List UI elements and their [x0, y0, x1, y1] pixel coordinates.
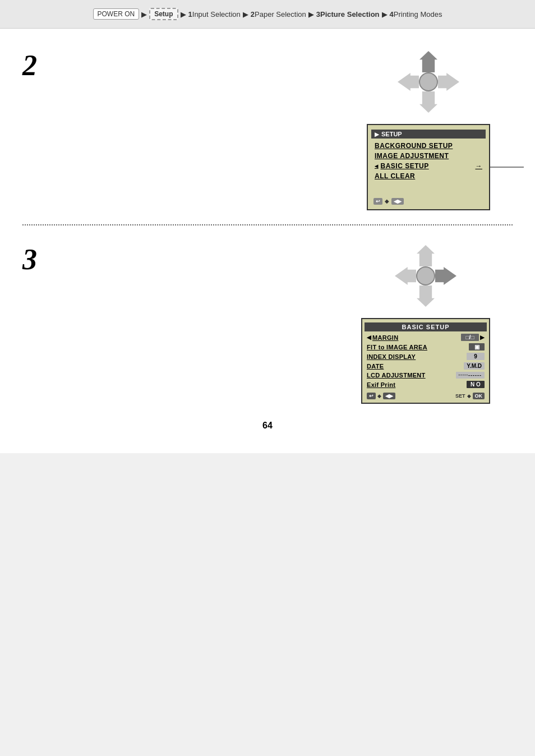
- nav-step4: 4 Printing Modes: [390, 10, 442, 19]
- lcd-setup-footer: ↩ ◆ ◀▶: [371, 197, 486, 206]
- lcd-basic-title: BASIC SETUP: [365, 322, 487, 331]
- dpad-left-button[interactable]: [398, 73, 419, 91]
- dpad-section2-wrapper: [398, 51, 459, 113]
- footer-left-group: ↩ ◆ ◀▶: [367, 393, 395, 399]
- lcd-setup-title: ▶ SETUP: [371, 130, 486, 139]
- dpad2-right-button[interactable]: [435, 267, 456, 285]
- dpad-section3: [395, 245, 456, 307]
- footer-right-group: SET ◆ OK: [455, 393, 485, 399]
- section-2-text: [67, 51, 350, 57]
- lcd-menu-basic-setup[interactable]: ◀ BASIC SETUP →: [371, 161, 486, 171]
- lcd-row-lcd-adjustment[interactable]: LCD ADJUSTMENT ·····------: [365, 371, 487, 380]
- dpad-section3-wrapper: [395, 245, 456, 307]
- footer-nav-icon: ◀▶: [391, 198, 404, 205]
- top-navigation: POWER ON ▶ Setup ▶ 1 Input Selection ▶ 2…: [0, 0, 535, 29]
- section-3: 3 BASIC SETUP: [22, 234, 513, 409]
- section-2-content: ▶ SETUP BACKGROUND SETUP IMAGE ADJUSTMEN…: [67, 51, 513, 210]
- section-2: 2 ▶: [22, 40, 513, 216]
- date-value: Y.M.D: [464, 362, 485, 370]
- footer-diamond: ◆: [385, 198, 389, 205]
- fit-image-value: ▣: [469, 343, 485, 351]
- nav-arrow-3: ▶: [243, 10, 248, 19]
- lcd-row-fit-image[interactable]: FIT to IMAGE AREA ▣: [365, 342, 487, 352]
- nav-arrow-2: ▶: [181, 10, 186, 19]
- nav-power-on: POWER ON: [93, 8, 140, 20]
- nav-step3: 3 Picture Selection: [316, 10, 380, 19]
- footer-nav-badge: ◀▶: [383, 393, 395, 399]
- section-3-number: 3: [22, 245, 67, 274]
- lcd-menu-image-adjustment[interactable]: IMAGE ADJUSTMENT: [371, 151, 486, 161]
- section-2-visuals: ▶ SETUP BACKGROUND SETUP IMAGE ADJUSTMEN…: [367, 51, 490, 210]
- lcd-menu-all-clear[interactable]: ALL CLEAR: [371, 171, 486, 181]
- lcd-row-exif-print[interactable]: Exif Print N O: [365, 380, 487, 389]
- lcd-row-date[interactable]: DATE Y.M.D: [365, 361, 487, 371]
- lcd-setup-title-icon: ▶: [375, 131, 379, 137]
- footer-return-badge: ↩: [367, 393, 376, 399]
- footer-set-label: SET: [455, 393, 465, 399]
- dpad2-center: [416, 266, 435, 285]
- dpad-up-button[interactable]: [419, 51, 437, 72]
- lcd-basic-footer: ↩ ◆ ◀▶ SET ◆ OK: [365, 391, 487, 400]
- lcd-menu-background-setup[interactable]: BACKGROUND SETUP: [371, 141, 486, 151]
- section-2-number: 2: [22, 51, 67, 80]
- dotted-separator: [22, 224, 513, 225]
- dpad-right-button[interactable]: [438, 73, 459, 91]
- nav-arrow-4: ▶: [308, 10, 314, 19]
- dpad2-up-button[interactable]: [417, 245, 435, 266]
- nav-step1: 1 Input Selection: [188, 10, 241, 19]
- dpad2-left-button[interactable]: [395, 267, 416, 285]
- index-display-value: 9: [467, 353, 485, 360]
- nav-arrow-1: ▶: [141, 10, 147, 19]
- footer-return-icon: ↩: [373, 198, 382, 205]
- lcd-basic-screen: BASIC SETUP ◀ MARGIN □/□ ▶ FIT to IMAGE …: [361, 318, 490, 404]
- lcd-row-margin[interactable]: ◀ MARGIN □/□ ▶: [365, 333, 487, 342]
- basic-setup-bullet: ◀: [375, 164, 379, 169]
- footer-diamond-left: ◆: [377, 393, 381, 399]
- nav-setup: Setup: [149, 8, 178, 20]
- margin-value: □/□: [461, 334, 479, 341]
- setup-label: Setup: [149, 8, 178, 20]
- exif-print-value: N O: [467, 381, 485, 388]
- lcd-setup-container: ▶ SETUP BACKGROUND SETUP IMAGE ADJUSTMEN…: [367, 124, 490, 210]
- margin-arrow-left: ◀: [367, 334, 371, 340]
- nav-arrow-5: ▶: [382, 10, 388, 19]
- power-on-label: POWER ON: [93, 8, 140, 20]
- section-3-visuals: BASIC SETUP ◀ MARGIN □/□ ▶ FIT to IMAGE …: [361, 245, 490, 404]
- dpad2-down-button[interactable]: [417, 285, 435, 307]
- lcd-adjustment-value: ·····------: [456, 372, 485, 379]
- lcd-setup-screen: ▶ SETUP BACKGROUND SETUP IMAGE ADJUSTMEN…: [367, 124, 490, 210]
- lcd-row-index-display[interactable]: INDEX DISPLAY 9: [365, 352, 487, 361]
- footer-diamond-right: ◆: [467, 393, 471, 399]
- main-content: 2 ▶: [0, 29, 535, 453]
- connector-line: [490, 167, 524, 168]
- dpad-section2: [398, 51, 459, 113]
- page-number: 64: [22, 421, 513, 442]
- nav-step2: 2 Paper Selection: [251, 10, 306, 19]
- dpad-center: [419, 72, 438, 91]
- basic-setup-arrow: →: [476, 162, 483, 170]
- section-3-text: [67, 245, 344, 251]
- margin-arrow-right: ▶: [480, 334, 485, 340]
- section-3-content: BASIC SETUP ◀ MARGIN □/□ ▶ FIT to IMAGE …: [67, 245, 513, 404]
- dpad-down-button[interactable]: [419, 91, 437, 113]
- footer-ok-badge: OK: [473, 393, 485, 399]
